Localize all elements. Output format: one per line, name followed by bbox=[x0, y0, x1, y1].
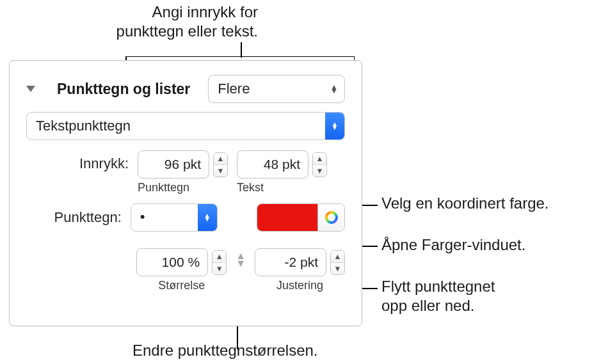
bullet-type-select[interactable]: Tekstpunkttegn ▲▼ bbox=[26, 112, 345, 140]
list-style-value: Flere bbox=[218, 81, 250, 97]
callout-size: Endre punkttegnstørrelsen. bbox=[132, 341, 318, 360]
indent-label: Innrykk: bbox=[26, 150, 129, 172]
bullet-glyph-select[interactable]: • ▲▼ bbox=[131, 203, 218, 232]
color-picker-button[interactable] bbox=[317, 204, 344, 231]
text-indent-caption: Tekst bbox=[237, 181, 327, 194]
leader-line bbox=[241, 42, 242, 58]
stepper-arrows-icon[interactable]: ▲▼ bbox=[312, 152, 327, 177]
stepper-arrows-icon[interactable]: ▲▼ bbox=[212, 250, 227, 275]
callout-top: Angi innrykk for punkttegn eller tekst. bbox=[95, 3, 258, 41]
bullet-glyph-value: • bbox=[140, 209, 145, 226]
bullet-indent-caption: Punkttegn bbox=[138, 181, 228, 194]
bullet-align-stepper[interactable]: -2 pkt ▲▼ bbox=[255, 248, 345, 276]
chevron-updown-icon: ▲▼ bbox=[198, 204, 217, 231]
text-indent-stepper[interactable]: 48 pkt ▲▼ bbox=[237, 150, 327, 178]
bullet-align-value[interactable]: -2 pkt bbox=[255, 248, 326, 276]
bullet-type-value: Tekstpunkttegn bbox=[36, 118, 131, 134]
stepper-arrows-icon[interactable]: ▲▼ bbox=[213, 152, 228, 177]
svg-point-0 bbox=[326, 212, 337, 223]
text-indent-value[interactable]: 48 pkt bbox=[237, 150, 309, 178]
bullets-lists-panel: Punkttegn og lister Flere ▲▼ Tekstpunktt… bbox=[9, 60, 362, 326]
bullet-size-caption: Størrelse bbox=[136, 279, 227, 292]
color-wheel-icon bbox=[324, 210, 339, 225]
leader-bracket bbox=[125, 56, 355, 57]
chevron-updown-icon: ▲▼ bbox=[325, 113, 344, 139]
callout-align: Flytt punkttegnet opp eller ned. bbox=[381, 277, 495, 315]
bullet-size-value[interactable]: 100 % bbox=[136, 248, 208, 276]
bullet-color-well bbox=[257, 203, 345, 232]
section-title: Punkttegn og lister bbox=[57, 81, 190, 98]
color-swatch[interactable] bbox=[257, 204, 317, 231]
callout-color-picker: Åpne Farger-vinduet. bbox=[381, 235, 525, 255]
bullet-size-stepper[interactable]: 100 % ▲▼ bbox=[136, 248, 227, 276]
leader-line bbox=[237, 349, 256, 350]
bullet-indent-stepper[interactable]: 96 pkt ▲▼ bbox=[138, 150, 228, 178]
list-style-select[interactable]: Flere ▲▼ bbox=[208, 75, 345, 103]
chevron-updown-icon: ▲▼ bbox=[330, 85, 338, 93]
bullet-glyph-label: Punkttegn: bbox=[26, 209, 122, 226]
disclosure-triangle-icon[interactable] bbox=[26, 86, 35, 92]
callout-color-swatch: Velg en koordinert farge. bbox=[381, 194, 549, 213]
stepper-arrows-icon[interactable]: ▲▼ bbox=[330, 250, 345, 275]
bullet-align-caption: Justering bbox=[255, 279, 345, 292]
bullet-indent-value[interactable]: 96 pkt bbox=[138, 150, 209, 178]
vertical-move-icon: ▲▼ bbox=[236, 248, 246, 267]
